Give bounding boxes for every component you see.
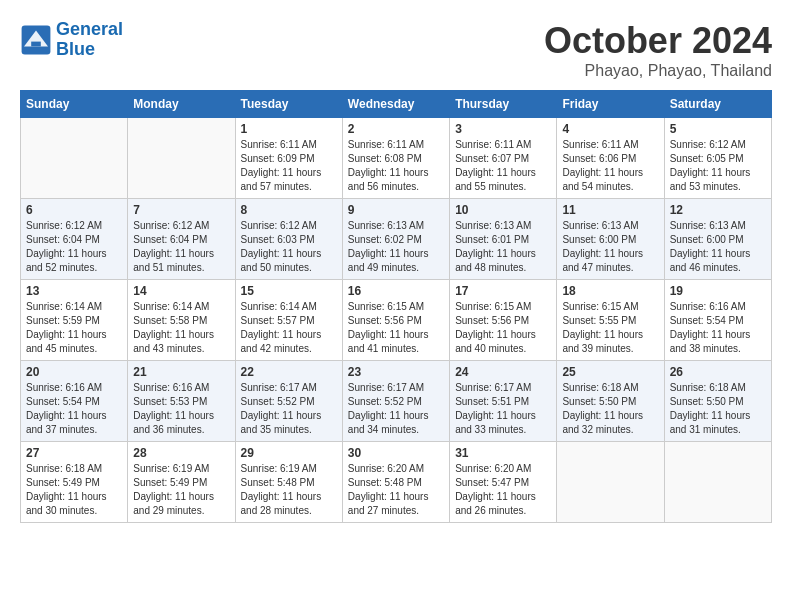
day-info: Sunrise: 6:19 AM Sunset: 5:48 PM Dayligh… xyxy=(241,462,337,518)
day-number: 30 xyxy=(348,446,444,460)
calendar-day-cell: 22Sunrise: 6:17 AM Sunset: 5:52 PM Dayli… xyxy=(235,361,342,442)
page-header: General Blue October 2024 Phayao, Phayao… xyxy=(20,20,772,80)
calendar-week-row: 13Sunrise: 6:14 AM Sunset: 5:59 PM Dayli… xyxy=(21,280,772,361)
day-number: 29 xyxy=(241,446,337,460)
day-number: 14 xyxy=(133,284,229,298)
calendar-day-cell: 17Sunrise: 6:15 AM Sunset: 5:56 PM Dayli… xyxy=(450,280,557,361)
location-title: Phayao, Phayao, Thailand xyxy=(544,62,772,80)
month-title: October 2024 xyxy=(544,20,772,62)
day-info: Sunrise: 6:14 AM Sunset: 5:58 PM Dayligh… xyxy=(133,300,229,356)
calendar-week-row: 1Sunrise: 6:11 AM Sunset: 6:09 PM Daylig… xyxy=(21,118,772,199)
day-number: 4 xyxy=(562,122,658,136)
calendar-day-cell: 9Sunrise: 6:13 AM Sunset: 6:02 PM Daylig… xyxy=(342,199,449,280)
day-number: 7 xyxy=(133,203,229,217)
day-number: 23 xyxy=(348,365,444,379)
calendar-day-cell xyxy=(21,118,128,199)
calendar-day-cell xyxy=(128,118,235,199)
day-number: 10 xyxy=(455,203,551,217)
calendar-day-cell xyxy=(664,442,771,523)
day-info: Sunrise: 6:11 AM Sunset: 6:06 PM Dayligh… xyxy=(562,138,658,194)
day-info: Sunrise: 6:15 AM Sunset: 5:56 PM Dayligh… xyxy=(455,300,551,356)
title-block: October 2024 Phayao, Phayao, Thailand xyxy=(544,20,772,80)
calendar-day-cell: 8Sunrise: 6:12 AM Sunset: 6:03 PM Daylig… xyxy=(235,199,342,280)
calendar-day-cell: 2Sunrise: 6:11 AM Sunset: 6:08 PM Daylig… xyxy=(342,118,449,199)
day-info: Sunrise: 6:18 AM Sunset: 5:50 PM Dayligh… xyxy=(562,381,658,437)
day-of-week-header: Thursday xyxy=(450,91,557,118)
day-of-week-header: Sunday xyxy=(21,91,128,118)
calendar-day-cell: 26Sunrise: 6:18 AM Sunset: 5:50 PM Dayli… xyxy=(664,361,771,442)
day-info: Sunrise: 6:17 AM Sunset: 5:52 PM Dayligh… xyxy=(241,381,337,437)
calendar-day-cell: 4Sunrise: 6:11 AM Sunset: 6:06 PM Daylig… xyxy=(557,118,664,199)
day-info: Sunrise: 6:12 AM Sunset: 6:03 PM Dayligh… xyxy=(241,219,337,275)
day-of-week-header: Saturday xyxy=(664,91,771,118)
calendar-day-cell: 11Sunrise: 6:13 AM Sunset: 6:00 PM Dayli… xyxy=(557,199,664,280)
day-number: 28 xyxy=(133,446,229,460)
calendar-day-cell xyxy=(557,442,664,523)
day-number: 6 xyxy=(26,203,122,217)
day-number: 9 xyxy=(348,203,444,217)
calendar-week-row: 6Sunrise: 6:12 AM Sunset: 6:04 PM Daylig… xyxy=(21,199,772,280)
day-info: Sunrise: 6:20 AM Sunset: 5:47 PM Dayligh… xyxy=(455,462,551,518)
day-info: Sunrise: 6:15 AM Sunset: 5:56 PM Dayligh… xyxy=(348,300,444,356)
day-of-week-header: Tuesday xyxy=(235,91,342,118)
calendar-day-cell: 12Sunrise: 6:13 AM Sunset: 6:00 PM Dayli… xyxy=(664,199,771,280)
calendar-day-cell: 31Sunrise: 6:20 AM Sunset: 5:47 PM Dayli… xyxy=(450,442,557,523)
day-of-week-header: Monday xyxy=(128,91,235,118)
calendar-day-cell: 7Sunrise: 6:12 AM Sunset: 6:04 PM Daylig… xyxy=(128,199,235,280)
day-number: 8 xyxy=(241,203,337,217)
day-number: 12 xyxy=(670,203,766,217)
calendar-day-cell: 13Sunrise: 6:14 AM Sunset: 5:59 PM Dayli… xyxy=(21,280,128,361)
calendar-day-cell: 24Sunrise: 6:17 AM Sunset: 5:51 PM Dayli… xyxy=(450,361,557,442)
calendar-day-cell: 19Sunrise: 6:16 AM Sunset: 5:54 PM Dayli… xyxy=(664,280,771,361)
day-number: 1 xyxy=(241,122,337,136)
logo: General Blue xyxy=(20,20,123,60)
day-info: Sunrise: 6:12 AM Sunset: 6:04 PM Dayligh… xyxy=(133,219,229,275)
calendar-table: SundayMondayTuesdayWednesdayThursdayFrid… xyxy=(20,90,772,523)
day-number: 2 xyxy=(348,122,444,136)
calendar-day-cell: 3Sunrise: 6:11 AM Sunset: 6:07 PM Daylig… xyxy=(450,118,557,199)
logo-text: General Blue xyxy=(56,20,123,60)
calendar-day-cell: 29Sunrise: 6:19 AM Sunset: 5:48 PM Dayli… xyxy=(235,442,342,523)
day-info: Sunrise: 6:13 AM Sunset: 6:00 PM Dayligh… xyxy=(670,219,766,275)
calendar-day-cell: 16Sunrise: 6:15 AM Sunset: 5:56 PM Dayli… xyxy=(342,280,449,361)
day-number: 13 xyxy=(26,284,122,298)
day-number: 5 xyxy=(670,122,766,136)
calendar-day-cell: 15Sunrise: 6:14 AM Sunset: 5:57 PM Dayli… xyxy=(235,280,342,361)
day-info: Sunrise: 6:16 AM Sunset: 5:54 PM Dayligh… xyxy=(670,300,766,356)
calendar-day-cell: 30Sunrise: 6:20 AM Sunset: 5:48 PM Dayli… xyxy=(342,442,449,523)
calendar-header-row: SundayMondayTuesdayWednesdayThursdayFrid… xyxy=(21,91,772,118)
day-number: 3 xyxy=(455,122,551,136)
day-info: Sunrise: 6:20 AM Sunset: 5:48 PM Dayligh… xyxy=(348,462,444,518)
calendar-day-cell: 21Sunrise: 6:16 AM Sunset: 5:53 PM Dayli… xyxy=(128,361,235,442)
calendar-day-cell: 23Sunrise: 6:17 AM Sunset: 5:52 PM Dayli… xyxy=(342,361,449,442)
calendar-day-cell: 10Sunrise: 6:13 AM Sunset: 6:01 PM Dayli… xyxy=(450,199,557,280)
calendar-day-cell: 28Sunrise: 6:19 AM Sunset: 5:49 PM Dayli… xyxy=(128,442,235,523)
day-number: 17 xyxy=(455,284,551,298)
calendar-day-cell: 18Sunrise: 6:15 AM Sunset: 5:55 PM Dayli… xyxy=(557,280,664,361)
calendar-day-cell: 6Sunrise: 6:12 AM Sunset: 6:04 PM Daylig… xyxy=(21,199,128,280)
day-number: 19 xyxy=(670,284,766,298)
calendar-week-row: 27Sunrise: 6:18 AM Sunset: 5:49 PM Dayli… xyxy=(21,442,772,523)
calendar-week-row: 20Sunrise: 6:16 AM Sunset: 5:54 PM Dayli… xyxy=(21,361,772,442)
day-number: 15 xyxy=(241,284,337,298)
calendar-day-cell: 1Sunrise: 6:11 AM Sunset: 6:09 PM Daylig… xyxy=(235,118,342,199)
day-number: 25 xyxy=(562,365,658,379)
svg-rect-2 xyxy=(31,41,41,46)
calendar-day-cell: 20Sunrise: 6:16 AM Sunset: 5:54 PM Dayli… xyxy=(21,361,128,442)
calendar-day-cell: 27Sunrise: 6:18 AM Sunset: 5:49 PM Dayli… xyxy=(21,442,128,523)
calendar-day-cell: 14Sunrise: 6:14 AM Sunset: 5:58 PM Dayli… xyxy=(128,280,235,361)
day-of-week-header: Friday xyxy=(557,91,664,118)
day-number: 24 xyxy=(455,365,551,379)
day-number: 21 xyxy=(133,365,229,379)
calendar-day-cell: 5Sunrise: 6:12 AM Sunset: 6:05 PM Daylig… xyxy=(664,118,771,199)
day-info: Sunrise: 6:12 AM Sunset: 6:04 PM Dayligh… xyxy=(26,219,122,275)
day-info: Sunrise: 6:18 AM Sunset: 5:50 PM Dayligh… xyxy=(670,381,766,437)
day-info: Sunrise: 6:11 AM Sunset: 6:07 PM Dayligh… xyxy=(455,138,551,194)
logo-icon xyxy=(20,24,52,56)
day-info: Sunrise: 6:16 AM Sunset: 5:53 PM Dayligh… xyxy=(133,381,229,437)
calendar-day-cell: 25Sunrise: 6:18 AM Sunset: 5:50 PM Dayli… xyxy=(557,361,664,442)
day-number: 27 xyxy=(26,446,122,460)
day-number: 26 xyxy=(670,365,766,379)
day-info: Sunrise: 6:11 AM Sunset: 6:09 PM Dayligh… xyxy=(241,138,337,194)
day-number: 16 xyxy=(348,284,444,298)
